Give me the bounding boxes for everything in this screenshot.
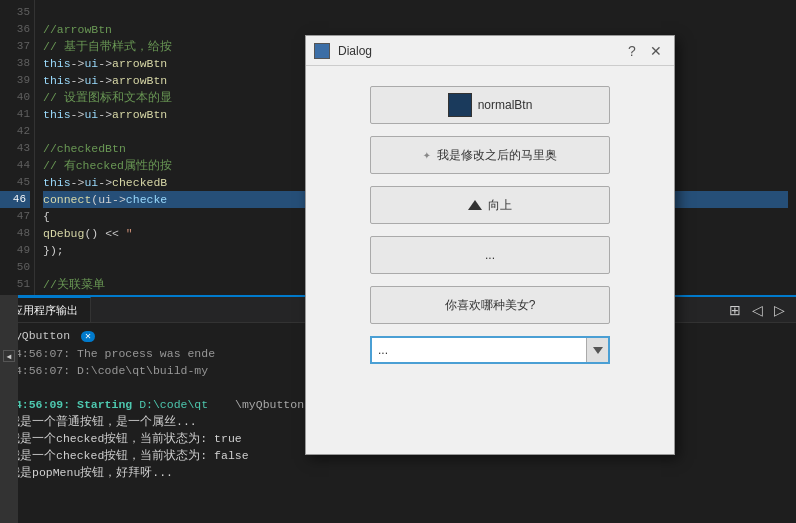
dialog-window: Dialog ? ✕ normalBtn ✦ 我是修改之后的马里奥 向上 bbox=[305, 35, 675, 455]
ellipsis-btn[interactable]: ... bbox=[370, 236, 610, 274]
dialog-help-button[interactable]: ? bbox=[622, 41, 642, 61]
line-numbers: 35 36 37 38 39 40 41 42 43 44 45 46 47 4… bbox=[0, 0, 35, 295]
panel-btn-3[interactable]: ▷ bbox=[770, 301, 788, 319]
output-line-9: 我是popMenu按钮，好拜呀... bbox=[8, 464, 788, 481]
up-arrow-icon bbox=[468, 200, 482, 210]
panel-btn-1[interactable]: ⊞ bbox=[726, 301, 744, 319]
beauty-btn[interactable]: 你喜欢哪种美女? bbox=[370, 286, 610, 324]
up-btn-label: 向上 bbox=[488, 197, 512, 214]
dialog-title: Dialog bbox=[338, 44, 622, 58]
mario-btn[interactable]: ✦ 我是修改之后的马里奥 bbox=[370, 136, 610, 174]
up-btn[interactable]: 向上 bbox=[370, 186, 610, 224]
panel-btn-2[interactable]: ◁ bbox=[748, 301, 766, 319]
tab-close-badge[interactable]: ✕ bbox=[81, 331, 95, 342]
combo-dropdown-btn[interactable] bbox=[586, 338, 608, 362]
combo-text: ... bbox=[372, 343, 586, 357]
mario-btn-label: 我是修改之后的马里奥 bbox=[437, 147, 557, 164]
normal-btn[interactable]: normalBtn bbox=[370, 86, 610, 124]
tab-output-label: 应用程序输出 bbox=[12, 303, 78, 318]
dialog-titlebar-buttons: ? ✕ bbox=[622, 41, 666, 61]
dialog-window-icon bbox=[314, 43, 330, 59]
beauty-btn-label: 你喜欢哪种美女? bbox=[445, 297, 536, 314]
sidebar-collapse-btn[interactable]: ◀ bbox=[3, 350, 15, 362]
normal-btn-label: normalBtn bbox=[478, 98, 533, 112]
starting-text: 14:56:09: Starting bbox=[8, 398, 132, 411]
combo-arrow-icon bbox=[593, 347, 603, 354]
panel-controls: ⊞ ◁ ▷ bbox=[726, 301, 796, 319]
dialog-body: normalBtn ✦ 我是修改之后的马里奥 向上 ... 你喜欢哪种美女? bbox=[306, 66, 674, 454]
ellipsis-btn-label: ... bbox=[485, 248, 495, 262]
left-sidebar: ◀ bbox=[0, 295, 18, 523]
btn-icon bbox=[448, 93, 472, 117]
dialog-titlebar: Dialog ? ✕ bbox=[306, 36, 674, 66]
dialog-close-button[interactable]: ✕ bbox=[646, 41, 666, 61]
combo-box[interactable]: ... bbox=[370, 336, 610, 364]
mario-icon: ✦ bbox=[423, 150, 431, 161]
